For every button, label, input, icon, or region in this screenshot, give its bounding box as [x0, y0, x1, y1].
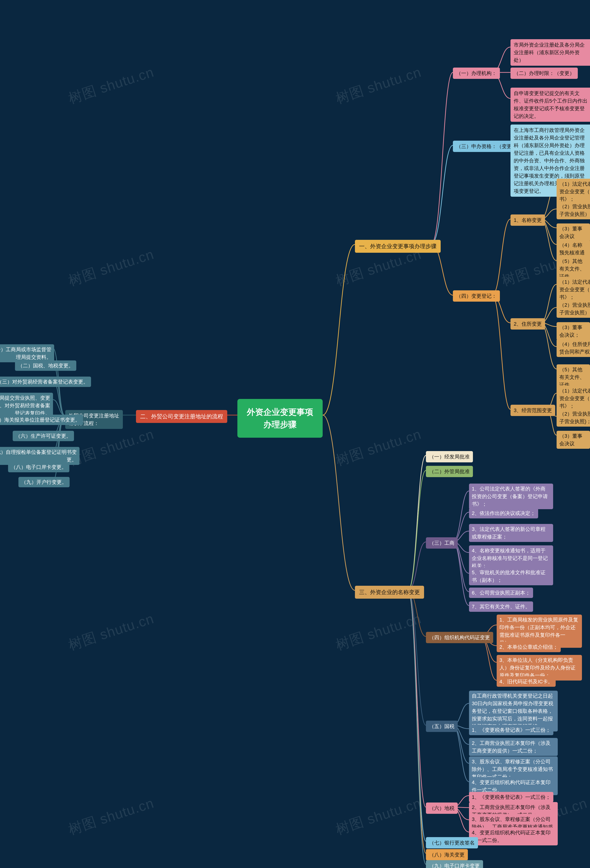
- a4[interactable]: （四）变更登记：: [453, 290, 500, 302]
- c4-2[interactable]: 2、本单位公章或介绍信；: [497, 642, 561, 652]
- a4-2[interactable]: 2、住所变更: [511, 318, 545, 329]
- watermark: 树图 shutu.cn: [66, 794, 156, 839]
- c1[interactable]: （一）经发局批准: [426, 451, 473, 462]
- a3[interactable]: （三）申办资格：（变更）: [453, 141, 520, 152]
- a1[interactable]: （一）办理机构：: [453, 68, 500, 79]
- watermark: 树图 shutu.cn: [334, 425, 424, 470]
- b3[interactable]: （三）对外贸易经营者备案登记表变更。: [0, 376, 91, 387]
- watermark: 树图 shutu.cn: [66, 245, 156, 290]
- b1[interactable]: （一）工商局或市场监督管理局提交资料。: [0, 344, 54, 362]
- b2[interactable]: （二）国税、地税变更。: [15, 360, 76, 371]
- a4-2-2[interactable]: （2）营业执照正副本、IC卡（电子营业执照）；: [556, 300, 590, 318]
- c6[interactable]: （六）地税: [426, 803, 458, 814]
- c5-1[interactable]: 1、《变更税务登记表》一式三份；: [469, 725, 553, 735]
- a4-2-1[interactable]: （1）法定代表人签署的《外商投资企业变更（备案）登记申请书》；: [556, 277, 590, 302]
- b6[interactable]: （六）生产许可证变更。: [13, 431, 74, 441]
- watermark: 树图 shutu.cn: [334, 63, 424, 108]
- c4[interactable]: （四）组织机构代码证变更: [426, 632, 493, 643]
- c9[interactable]: （九）电子口岸卡变更: [426, 860, 483, 868]
- watermark: 树图 shutu.cn: [66, 425, 156, 470]
- c5[interactable]: （五）国税: [426, 720, 458, 732]
- c6-1[interactable]: 1、《变更税务登记表》一式三份；: [469, 792, 553, 802]
- c3-7[interactable]: 7、其它有关文件、证件。: [469, 601, 533, 612]
- c7[interactable]: （七）银行更改签名: [426, 837, 478, 849]
- a4-3-2[interactable]: （2）营业执照正副本、IC卡（电子营业执照)；: [556, 409, 590, 427]
- branch-2[interactable]: 二、外贸公司变更注册地址的流程: [136, 410, 227, 423]
- c3-6[interactable]: 6、公司营业执照正副本；: [469, 588, 533, 598]
- b8[interactable]: （八）电子口岸卡变更。: [8, 462, 69, 472]
- a1b[interactable]: （二）办理时限：（变更）: [511, 68, 578, 79]
- c8[interactable]: （八）海关变更: [426, 849, 468, 861]
- watermark: 树图 shutu.cn: [66, 63, 156, 108]
- c5-2[interactable]: 2、工商营业执照正本复印件（涉及工商变更的提供）一式二份；: [469, 738, 558, 756]
- a1c[interactable]: 自申请变更登记提交的有关文件、证件收件后5个工作日内作出核准变更登记或不予核准变…: [511, 88, 590, 122]
- a4-1-3[interactable]: （3）董事会决议: [556, 223, 590, 241]
- watermark: 树图 shutu.cn: [334, 794, 424, 839]
- a4-1-1[interactable]: （1）法定代表人签署的《外商投资企业变更（备案）登记申请书》；: [556, 179, 590, 204]
- c3[interactable]: （三）工商: [426, 537, 458, 549]
- a1a[interactable]: 市局外资企业注册处及各分局企业注册科（浦东新区分局外资处）: [511, 39, 590, 66]
- watermark: 树图 shutu.cn: [334, 609, 424, 654]
- branch-3[interactable]: 三、外资企业的名称变更: [355, 586, 424, 599]
- a4-2-3[interactable]: （3）董事会决议；: [556, 322, 590, 340]
- c3-2[interactable]: 2、依法作出的决议或决定；: [469, 508, 538, 518]
- a4-1[interactable]: 1、名称变更: [511, 214, 545, 226]
- c3-5[interactable]: 5、审批机关的批准文件和批准证书（副本）；: [469, 567, 553, 585]
- a4-3-3[interactable]: （3）董事会决议: [556, 431, 590, 449]
- c3-3[interactable]: 3、法定代表人签署的新公司章程或章程修正案；: [469, 524, 553, 542]
- c6-4[interactable]: 4、变更后组织机构代码证正本复印件一式二份。: [469, 827, 558, 845]
- c3-1[interactable]: 1、公司法定代表人签署的《外商投资的公司变更（备案）登记申请书》；: [469, 484, 553, 509]
- c2[interactable]: （二）外管局批准: [426, 466, 473, 477]
- c4-4[interactable]: 4、旧代码证书及IC卡。: [497, 676, 556, 687]
- watermark: 树图 shutu.cn: [66, 609, 156, 654]
- a4-1-2[interactable]: （2）营业执照正副本、IC卡（电子营业执照）；: [556, 201, 590, 219]
- a4-3-1[interactable]: （1）法定代表人签署的《外商投资企业变更（备案）登记申请书》；: [556, 385, 590, 411]
- a4-3[interactable]: 3、经营范围变更: [511, 405, 555, 416]
- root-node[interactable]: 外资企业变更事项办理步骤: [237, 399, 323, 438]
- b9[interactable]: （九）开户行变更。: [18, 477, 70, 487]
- a4-2-4[interactable]: （4）住所使用证明（包括房屋租赁合同和产权证复印件）；: [556, 339, 590, 357]
- branch-1[interactable]: 一、外资企业变更事项办理步骤: [355, 240, 441, 253]
- b5[interactable]: （五）海关报关单位注册登记证书变更。: [0, 415, 83, 425]
